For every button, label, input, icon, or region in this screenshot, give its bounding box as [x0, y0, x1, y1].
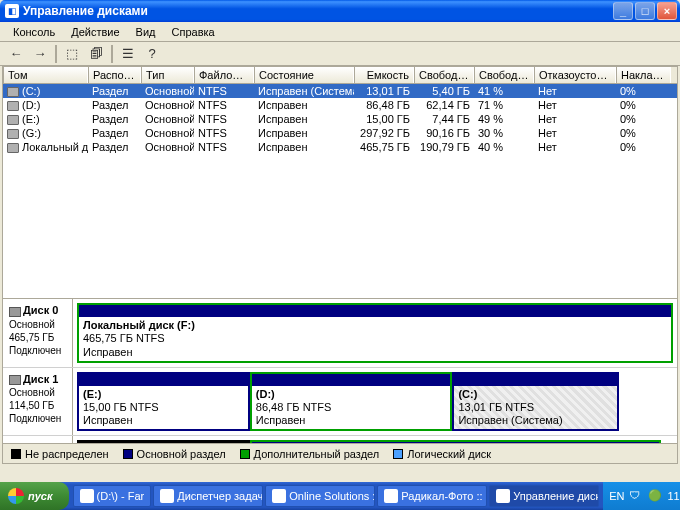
disk-icon — [9, 375, 21, 385]
volume-grid-header: Том Располож... Тип Файловая с... Состоя… — [3, 67, 677, 84]
cell: 86,48 ГБ — [354, 98, 414, 112]
cell: Исправен — [254, 112, 354, 126]
app-icon — [272, 489, 286, 503]
app-icon — [80, 489, 94, 503]
volume-row[interactable]: (C:)РазделОсновнойNTFSИсправен (Система)… — [3, 84, 677, 98]
cell: Нет — [534, 84, 616, 98]
partition-header — [252, 442, 659, 443]
cell: 0% — [616, 140, 671, 154]
taskbar-item[interactable]: Управление дисками — [489, 485, 599, 507]
cell: 90,16 ГБ — [414, 126, 474, 140]
taskbar-item-label: Диспетчер задач ... — [177, 490, 263, 502]
disk-label[interactable]: Диск 1Основной114,50 ГБПодключен — [3, 368, 73, 436]
cell: 41 % — [474, 84, 534, 98]
taskbar-item-label: Управление дисками — [513, 490, 599, 502]
cell: Основной — [141, 140, 194, 154]
volume-row[interactable]: (G:)РазделОсновнойNTFSИсправен297,92 ГБ9… — [3, 126, 677, 140]
cell: Основной — [141, 126, 194, 140]
menu-view[interactable]: Вид — [128, 24, 164, 40]
partition[interactable]: (C:)13,01 ГБ NTFSИсправен (Система) — [452, 372, 619, 432]
cell: 62,14 ГБ — [414, 98, 474, 112]
cell: 0% — [616, 112, 671, 126]
legend-swatch — [11, 449, 21, 459]
toolbar-list-icon[interactable]: 🗐 — [85, 44, 107, 64]
cell: Основной — [141, 112, 194, 126]
taskbar-item[interactable]: (D:\) - Far — [73, 485, 152, 507]
cell: Раздел — [88, 126, 141, 140]
clock[interactable]: 11:17 — [667, 490, 680, 502]
partition[interactable]: Локальный диск (F:)465,75 ГБ NTFSИсправе… — [77, 303, 673, 363]
close-button[interactable]: × — [657, 2, 677, 20]
cell: Раздел — [88, 112, 141, 126]
cell: 0% — [616, 98, 671, 112]
partition[interactable]: (D:)86,48 ГБ NTFSИсправен — [250, 372, 453, 432]
disk-icon — [9, 307, 21, 317]
partition[interactable]: (G:)297,92 ГБ NTFSИсправен — [250, 440, 661, 443]
col-type[interactable]: Тип — [141, 67, 194, 83]
menu-action[interactable]: Действие — [63, 24, 127, 40]
system-tray[interactable]: EN 🛡 🟢 11:17 — [603, 482, 680, 510]
minimize-button[interactable]: _ — [613, 2, 633, 20]
col-layout[interactable]: Располож... — [88, 67, 141, 83]
cell: (E:) — [3, 112, 88, 126]
legend-label: Основной раздел — [137, 448, 226, 460]
partition-body: (D:)86,48 ГБ NTFSИсправен — [252, 386, 451, 430]
lang-indicator[interactable]: EN — [609, 490, 624, 502]
partition-body: Локальный диск (F:)465,75 ГБ NTFSИсправе… — [79, 317, 671, 361]
cell: 5,40 ГБ — [414, 84, 474, 98]
disk-partitions: 173 МБНе распределен(G:)297,92 ГБ NTFSИс… — [73, 436, 677, 443]
cell: Нет — [534, 112, 616, 126]
partition-header — [79, 442, 248, 443]
volume-row[interactable]: (D:)РазделОсновнойNTFSИсправен86,48 ГБ62… — [3, 98, 677, 112]
col-volume[interactable]: Том — [3, 67, 88, 83]
cell: 49 % — [474, 112, 534, 126]
window-title: Управление дисками — [23, 4, 613, 18]
toolbar-help-icon[interactable]: ? — [141, 44, 163, 64]
col-free[interactable]: Свободно — [414, 67, 474, 83]
cell: (D:) — [3, 98, 88, 112]
cell: 0% — [616, 84, 671, 98]
cell: Локальный диск (F:) — [3, 140, 88, 154]
partition-header — [79, 305, 671, 317]
app-icon: ◧ — [5, 4, 19, 18]
partition-body: (E:)15,00 ГБ NTFSИсправен — [79, 386, 248, 430]
toolbar-tile-icon[interactable]: ⬚ — [61, 44, 83, 64]
menu-console[interactable]: Консоль — [5, 24, 63, 40]
volume-icon — [7, 143, 19, 153]
forward-button[interactable]: → — [29, 44, 51, 64]
start-button[interactable]: пуск — [0, 482, 69, 510]
volume-icon — [7, 129, 19, 139]
cell: 71 % — [474, 98, 534, 112]
partition[interactable]: (E:)15,00 ГБ NTFSИсправен — [77, 372, 250, 432]
cell: NTFS — [194, 98, 254, 112]
disk-partitions: (E:)15,00 ГБ NTFSИсправен(D:)86,48 ГБ NT… — [73, 368, 677, 436]
col-status[interactable]: Состояние — [254, 67, 354, 83]
disk-label[interactable]: Диск 0Основной465,75 ГБПодключен — [3, 299, 73, 367]
back-button[interactable]: ← — [5, 44, 27, 64]
start-label: пуск — [28, 490, 53, 502]
menu-help[interactable]: Справка — [164, 24, 223, 40]
taskbar-item[interactable]: Радикал-Фото :: Об... — [377, 485, 487, 507]
volume-icon — [7, 115, 19, 125]
maximize-button[interactable]: □ — [635, 2, 655, 20]
partition[interactable]: 173 МБНе распределен — [77, 440, 250, 443]
taskbar-item[interactable]: Online Solutions :: П... — [265, 485, 375, 507]
cell: Нет — [534, 126, 616, 140]
legend-label: Логический диск — [407, 448, 491, 460]
volume-row[interactable]: (E:)РазделОсновнойNTFSИсправен15,00 ГБ7,… — [3, 112, 677, 126]
app-icon — [496, 489, 510, 503]
col-free-pct[interactable]: Свободно % — [474, 67, 534, 83]
col-fs[interactable]: Файловая с... — [194, 67, 254, 83]
taskbar-item-label: Радикал-Фото :: Об... — [401, 490, 487, 502]
disk-row: Диск 0Основной465,75 ГБПодключенЛокальны… — [3, 299, 677, 368]
tray-icon[interactable]: 🛡 — [629, 489, 643, 503]
toolbar-props-icon[interactable]: ☰ — [117, 44, 139, 64]
taskbar-item[interactable]: Диспетчер задач ... — [153, 485, 263, 507]
cell: 297,92 ГБ — [354, 126, 414, 140]
disk-label[interactable]: Диск 2Основной298,09 ГБПодключен — [3, 436, 73, 443]
tray-icon[interactable]: 🟢 — [648, 489, 662, 503]
volume-row[interactable]: Локальный диск (F:)РазделОсновнойNTFSИсп… — [3, 140, 677, 154]
col-over[interactable]: Накладны... — [616, 67, 671, 83]
col-fault[interactable]: Отказоустойчивость — [534, 67, 616, 83]
col-capacity[interactable]: Емкость — [354, 67, 414, 83]
